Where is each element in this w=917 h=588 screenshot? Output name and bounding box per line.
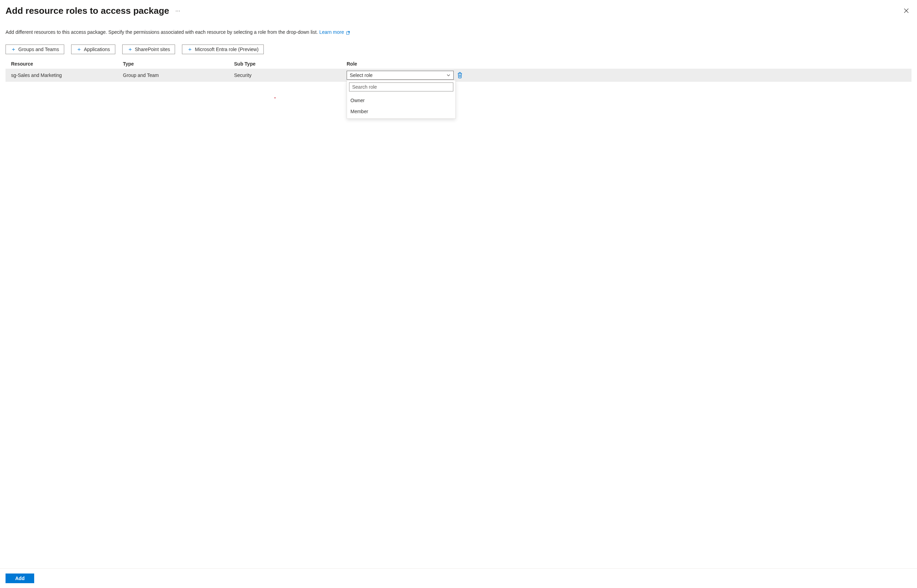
col-header-type: Type xyxy=(123,61,234,66)
add-resource-toolbar: ＋ Groups and Teams ＋ Applications ＋ Shar… xyxy=(5,45,912,54)
add-applications-label: Applications xyxy=(84,47,110,52)
table-row: sg-Sales and Marketing Group and Team Se… xyxy=(5,69,912,82)
add-groups-teams-button[interactable]: ＋ Groups and Teams xyxy=(5,45,64,54)
role-select[interactable]: Select role xyxy=(347,71,454,80)
add-sharepoint-button[interactable]: ＋ SharePoint sites xyxy=(122,45,175,54)
description-text: Add different resources to this access p… xyxy=(5,29,912,35)
more-icon[interactable]: ⋯ xyxy=(175,8,181,14)
page-title: Add resource roles to access package xyxy=(5,5,169,16)
chevron-down-icon xyxy=(446,73,451,77)
cell-subtype: Security xyxy=(234,73,347,78)
panel-header: Add resource roles to access package ⋯ xyxy=(5,5,912,16)
cell-resource: sg-Sales and Marketing xyxy=(11,73,123,78)
close-icon xyxy=(904,8,909,13)
plus-icon: ＋ xyxy=(187,47,192,52)
svg-line-3 xyxy=(348,31,349,33)
trash-icon xyxy=(457,72,463,78)
role-search-input[interactable] xyxy=(349,82,453,91)
add-applications-button[interactable]: ＋ Applications xyxy=(71,45,115,54)
external-link-icon xyxy=(344,30,350,35)
role-select-placeholder: Select role xyxy=(350,73,372,78)
role-option-owner[interactable]: Owner xyxy=(349,95,453,106)
cell-type: Group and Team xyxy=(123,73,234,78)
plus-icon: ＋ xyxy=(128,47,133,52)
role-select-container: Select role Owner Member xyxy=(347,71,454,80)
footer: Add xyxy=(0,568,917,588)
close-button[interactable] xyxy=(901,6,912,16)
add-button[interactable]: Add xyxy=(5,573,34,583)
description-body: Add different resources to this access p… xyxy=(5,29,319,35)
plus-icon: ＋ xyxy=(11,47,16,52)
col-header-resource: Resource xyxy=(11,61,123,66)
add-groups-label: Groups and Teams xyxy=(18,47,59,52)
delete-row-button[interactable] xyxy=(456,71,463,79)
col-header-subtype: Sub Type xyxy=(234,61,347,66)
add-sharepoint-label: SharePoint sites xyxy=(135,47,170,52)
role-dropdown: Owner Member xyxy=(347,80,456,119)
red-dot-marker xyxy=(275,97,275,99)
col-header-role: Role xyxy=(347,61,906,66)
plus-icon: ＋ xyxy=(76,47,82,52)
resources-table: Resource Type Sub Type Role sg-Sales and… xyxy=(5,59,912,82)
learn-more-link[interactable]: Learn more xyxy=(319,29,344,35)
add-entra-role-label: Microsoft Entra role (Preview) xyxy=(195,47,258,52)
role-option-member[interactable]: Member xyxy=(349,106,453,117)
add-entra-role-button[interactable]: ＋ Microsoft Entra role (Preview) xyxy=(182,45,264,54)
table-header: Resource Type Sub Type Role xyxy=(5,59,912,69)
